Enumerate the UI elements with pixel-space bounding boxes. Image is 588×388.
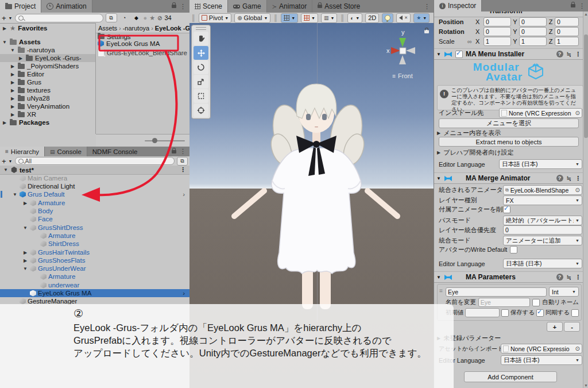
star-icon[interactable]: ★ (149, 14, 155, 22)
parameter-name-field[interactable]: Eye (446, 287, 547, 297)
expander-icon[interactable]: ▶ (22, 258, 28, 263)
expander-icon[interactable]: ▶ (10, 104, 16, 109)
hierarchy-row-armature3[interactable]: Armature (0, 272, 189, 281)
lighting-toggle-button[interactable] (382, 13, 393, 23)
import-objectfield[interactable]: None (VRC Expressio ⊙ (501, 344, 582, 354)
tree-item-packages[interactable]: ▶ Packages (0, 118, 95, 126)
zoom-slider[interactable] (145, 140, 185, 141)
prefab-dev-foldout[interactable]: ▶ プレハブ開発者向け設定 (437, 148, 513, 157)
expander-icon[interactable]: ▶ (22, 201, 28, 206)
expander-icon[interactable]: ▶ (2, 120, 7, 125)
tab-animation[interactable]: Animation (41, 0, 92, 13)
expander-icon[interactable]: ▶ (10, 96, 16, 101)
tree-item-favorites[interactable]: ▶ ★ Favorites (0, 24, 95, 32)
help-icon[interactable]: ? (556, 51, 563, 57)
tab-console[interactable]: ▤ Console (45, 147, 87, 156)
scale-y-field[interactable]: 1 (519, 37, 547, 46)
scale-tool-button[interactable] (194, 75, 208, 89)
expander-icon[interactable]: ▼ (12, 192, 18, 197)
hierarchy-row-grusunderwear[interactable]: ▼GrusUnderWear (0, 264, 189, 272)
tab-ndmf-console[interactable]: NDMF Console (87, 147, 143, 156)
tree-item-textures[interactable]: ▶ textures (0, 86, 95, 94)
install-target-objectfield[interactable]: None (VRC Expression ⊙ (499, 108, 582, 118)
kebab-menu-icon[interactable]: ⋮ (180, 3, 186, 10)
breadcrumb-narutoya[interactable]: -narutoya (123, 25, 149, 32)
create-caret[interactable]: ▼ (9, 16, 13, 20)
kebab-menu-icon[interactable]: ⋮ (575, 51, 581, 58)
layer-type-dropdown[interactable]: FX ▼ (503, 195, 582, 205)
hierarchy-row-grus-default[interactable]: ▼ Grus Default › (0, 190, 189, 198)
object-picker-icon[interactable]: ⊙ (575, 187, 580, 193)
object-picker-icon[interactable]: ⊙ (575, 110, 580, 116)
snap-settings-button[interactable]: ▼ (301, 13, 318, 23)
gizmo-center-cube[interactable] (400, 48, 406, 54)
tree-item-xr[interactable]: ▶ XR (0, 110, 95, 118)
select-menu-button[interactable]: メニューを選択 (439, 118, 579, 128)
rotation-y-field[interactable]: 0 (519, 27, 547, 36)
scene-header-row[interactable]: ▼ test* ⋮ (0, 166, 189, 175)
position-z-field[interactable]: 0 (555, 17, 579, 26)
help-icon[interactable]: ? (556, 274, 563, 281)
open-in-window-icon[interactable]: ⧉ (106, 13, 117, 22)
create-button[interactable]: + (2, 157, 6, 166)
expander-icon[interactable]: ▶ (10, 80, 16, 85)
gizmo-y-axis-cone[interactable] (399, 38, 406, 47)
rename-field[interactable]: Eye (478, 298, 531, 307)
kebab-menu-icon[interactable]: ⋮ (575, 274, 581, 281)
gizmo-axis-cone-gray[interactable] (406, 47, 415, 54)
write-defaults-checkbox[interactable] (510, 246, 517, 253)
project-item-eyelook-grus-ma[interactable]: EyeLook Grus MA (98, 39, 160, 48)
expander-icon[interactable]: ▶ (10, 72, 16, 77)
tools-drag-handle[interactable] (196, 27, 206, 30)
create-caret[interactable]: ▼ (9, 159, 13, 163)
tab-inspector[interactable]: i Inspector (434, 0, 482, 11)
tree-item-eyelook-grus[interactable]: ▶ EyeLook -Grus- (0, 54, 95, 62)
presets-icon[interactable]: ≒ (567, 274, 571, 281)
orientation-gizmo[interactable]: y x ≡ Front (375, 28, 430, 85)
prefab-open-chevron[interactable]: › (183, 290, 189, 297)
presets-icon[interactable]: ≒ (567, 51, 571, 57)
remove-parameter-button[interactable]: - (564, 322, 580, 332)
extract-menu-button[interactable]: Extract menu to objects (439, 137, 579, 147)
rotate-tool-button[interactable] (194, 60, 208, 74)
eye-hidden-icon[interactable]: ⊘ (157, 15, 162, 21)
tab-project[interactable]: Project (0, 0, 41, 13)
hierarchy-row-grusshoesflats[interactable]: ▶GrusShoesFlats (0, 256, 189, 264)
merge-mode-dropdown[interactable]: アニメーターに追加 ▼ (503, 236, 582, 245)
default-value-field[interactable] (465, 308, 500, 317)
gizmo-axis-cone-gray2[interactable] (399, 55, 406, 64)
expander-icon[interactable]: ▼ (10, 48, 16, 53)
breadcrumb-eyelook[interactable]: EyeLook -Grus- (155, 25, 189, 32)
position-x-field[interactable]: 0 (483, 17, 511, 26)
hierarchy-row-armature[interactable]: ▶Armature (0, 199, 189, 207)
move-tool-button[interactable] (194, 46, 208, 60)
breadcrumb-assets[interactable]: Assets (98, 25, 117, 32)
clipped-checkbox[interactable] (571, 309, 579, 317)
pivot-button[interactable]: Pivot ▼ (199, 13, 231, 23)
hierarchy-row-grushairtwintails[interactable]: ▶GrusHairTwintails (0, 248, 189, 256)
tab-game[interactable]: Game (228, 0, 267, 13)
editor-language-dropdown[interactable]: 日本語 (日本) ▼ (499, 159, 582, 169)
scale-x-field[interactable]: 1 (483, 37, 511, 46)
foldout-icon[interactable]: ▼ (436, 176, 441, 181)
project-item-blendshare[interactable]: Grus-EyeLook_BlendShare (98, 48, 187, 57)
2d-toggle-button[interactable]: 2D (365, 13, 379, 23)
kebab-menu-icon[interactable]: ⋮ (579, 2, 585, 10)
tree-item-veryanimation[interactable]: ▶ VeryAnimation (0, 102, 95, 110)
expander-icon[interactable]: ▶ (10, 112, 16, 117)
hierarchy-row-directional-light[interactable]: Directional Light (0, 182, 189, 190)
effects-button[interactable]: ★▼ (413, 13, 430, 23)
animator-objectfield[interactable]: ⧉ EyeLook-BlendShape ⊙ (503, 185, 582, 195)
kebab-menu-icon[interactable]: ⋮ (575, 175, 581, 182)
scroll-up-arrow[interactable]: ▲ (584, 12, 588, 16)
sync-checkbox[interactable] (536, 309, 544, 317)
help-icon[interactable]: ? (556, 175, 563, 182)
auto-rename-checkbox[interactable] (532, 299, 540, 306)
open-in-window-icon[interactable]: ⧉ (177, 157, 188, 166)
layer-priority-field[interactable]: 0 (503, 225, 582, 235)
presets-icon[interactable]: ≒ (567, 175, 571, 182)
expander-icon[interactable]: ▶ (18, 56, 24, 61)
tree-item-unya28[interactable]: ▶ uNya28 (0, 94, 95, 102)
expander-icon[interactable]: ▶ (22, 250, 28, 255)
global-button[interactable]: ⊕ Global ▼ (234, 13, 270, 23)
